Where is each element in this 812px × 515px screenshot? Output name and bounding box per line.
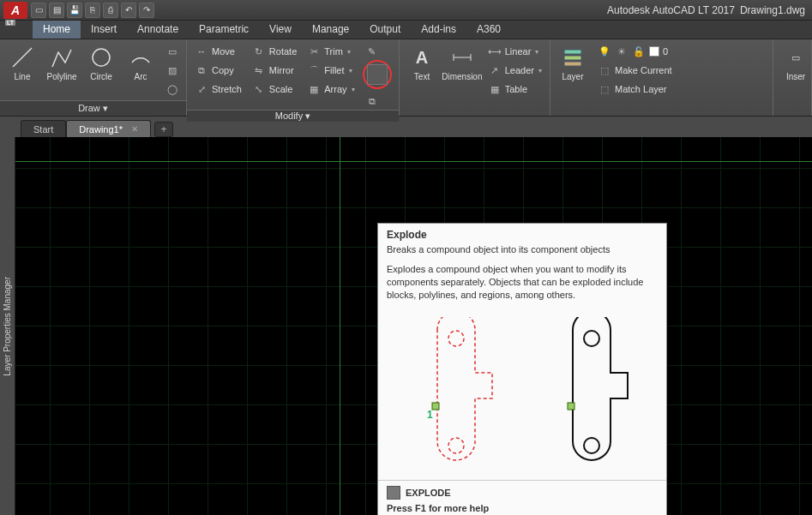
array-button[interactable]: ▦Array▾ bbox=[304, 81, 357, 98]
diagram-after-icon bbox=[538, 317, 641, 471]
tab-insert[interactable]: Insert bbox=[81, 21, 127, 39]
axis-vertical bbox=[340, 137, 340, 515]
svg-point-9 bbox=[448, 438, 464, 453]
tab-manage[interactable]: Manage bbox=[302, 21, 359, 39]
layer-properties-panel-collapsed[interactable]: Layer Properties Manager bbox=[0, 137, 15, 515]
tab-home[interactable]: Home bbox=[33, 21, 81, 39]
layer-properties-button[interactable]: Layer bbox=[556, 43, 590, 83]
offset-button[interactable]: ⧉ bbox=[363, 93, 392, 110]
trim-button[interactable]: ✂Trim▾ bbox=[304, 43, 357, 60]
move-icon: ↔ bbox=[195, 45, 208, 58]
linear-button[interactable]: ⟷Linear▾ bbox=[485, 43, 544, 60]
rotate-icon: ↻ bbox=[252, 45, 266, 58]
layer-color-swatch bbox=[649, 46, 659, 57]
add-tab-button[interactable]: + bbox=[154, 122, 173, 137]
polyline-button[interactable]: Polyline bbox=[45, 43, 79, 83]
scale-button[interactable]: ⤡Scale bbox=[250, 81, 299, 98]
panel-draw: Line Polyline Circle Arc ▭ ▨ ◯ Draw ▾ bbox=[0, 39, 187, 116]
draw-extra-3[interactable]: ◯ bbox=[163, 81, 182, 98]
text-button[interactable]: A Text bbox=[405, 43, 439, 83]
leader-icon: ↗ bbox=[488, 63, 502, 77]
panel-draw-title[interactable]: Draw ▾ bbox=[0, 100, 186, 116]
arc-button[interactable]: Arc bbox=[123, 43, 158, 83]
svg-line-0 bbox=[13, 48, 32, 67]
copy-button[interactable]: ⧉Copy bbox=[192, 62, 244, 79]
arc-icon bbox=[128, 45, 153, 70]
qat-saveas-icon[interactable]: ⎘ bbox=[85, 3, 100, 18]
dimension-button[interactable]: Dimension bbox=[444, 43, 480, 83]
bulb-icon: 💡 bbox=[598, 45, 611, 58]
doc-tab-start[interactable]: Start bbox=[21, 120, 66, 137]
fillet-button[interactable]: ⌒Fillet▾ bbox=[304, 62, 357, 79]
make-current-button[interactable]: ⬚Make Current bbox=[595, 62, 767, 79]
tooltip-diagram: 1 bbox=[378, 308, 666, 480]
svg-point-11 bbox=[584, 331, 599, 346]
draw-extra-2[interactable]: ▨ bbox=[163, 62, 182, 79]
arc-label: Arc bbox=[135, 72, 147, 81]
array-icon: ▦ bbox=[307, 82, 321, 96]
doc-tab-current[interactable]: Drawing1* ✕ bbox=[66, 120, 151, 137]
hatch-icon: ▨ bbox=[165, 63, 179, 77]
svg-point-1 bbox=[93, 49, 110, 66]
workspace: Layer Properties Manager Explode Breaks … bbox=[0, 137, 812, 515]
quick-access-toolbar: ▭ ▤ 💾 ⎘ ⎙ ↶ ↷ bbox=[27, 3, 154, 18]
svg-rect-13 bbox=[568, 403, 574, 410]
layer-state-row[interactable]: 💡 ☀ 🔓 0 bbox=[595, 43, 767, 60]
qat-save-icon[interactable]: 💾 bbox=[67, 3, 82, 18]
circle-icon bbox=[88, 45, 114, 70]
circle-button[interactable]: Circle bbox=[84, 43, 118, 83]
leader-button[interactable]: ↗Leader▾ bbox=[485, 62, 544, 79]
qat-new-icon[interactable]: ▭ bbox=[31, 3, 46, 18]
panel-modify-title[interactable]: Modify ▾ bbox=[187, 110, 399, 122]
erase-button[interactable]: ✎ bbox=[363, 43, 392, 60]
match-layer-button[interactable]: ⬚Match Layer bbox=[595, 81, 767, 98]
insert-button[interactable]: ▭ Inser bbox=[779, 43, 812, 83]
panel-modify: ↔Move ⧉Copy ⤢Stretch ↻Rotate ⇋Mirror ⤡Sc… bbox=[187, 39, 400, 116]
mirror-button[interactable]: ⇋Mirror bbox=[250, 62, 299, 79]
stretch-button[interactable]: ⤢Stretch bbox=[192, 81, 244, 98]
tab-parametric[interactable]: Parametric bbox=[189, 21, 259, 39]
explode-button-highlighted[interactable] bbox=[363, 60, 392, 89]
mirror-icon: ⇋ bbox=[252, 63, 266, 77]
line-label: Line bbox=[15, 72, 31, 81]
rect-icon: ▭ bbox=[165, 45, 179, 58]
line-button[interactable]: Line bbox=[5, 43, 39, 83]
move-button[interactable]: ↔Move bbox=[192, 43, 244, 60]
tab-a360[interactable]: A360 bbox=[466, 21, 511, 39]
panel-layers: Layer 💡 ☀ 🔓 0 ⬚Make Current ⬚Match Layer bbox=[550, 39, 773, 116]
document-tabs: Start Drawing1* ✕ + bbox=[0, 117, 812, 137]
tab-view[interactable]: View bbox=[259, 21, 302, 39]
draw-extra-1[interactable]: ▭ bbox=[163, 43, 182, 60]
tab-output[interactable]: Output bbox=[359, 21, 411, 39]
panel-annotation: A Text Dimension ⟷Linear▾ ↗Leader▾ ▦Tabl… bbox=[400, 39, 550, 116]
qat-redo-icon[interactable]: ↷ bbox=[139, 3, 154, 18]
dimension-icon bbox=[449, 45, 475, 70]
tab-addins[interactable]: Add-ins bbox=[411, 21, 466, 39]
tab-annotate[interactable]: Annotate bbox=[127, 21, 189, 39]
layer-properties-icon bbox=[560, 45, 586, 70]
match-layer-icon: ⬚ bbox=[598, 82, 611, 96]
side-panel-label: Layer Properties Manager bbox=[3, 277, 12, 376]
qat-open-icon[interactable]: ▤ bbox=[49, 3, 64, 18]
close-icon[interactable]: ✕ bbox=[131, 124, 138, 134]
explode-icon bbox=[367, 64, 388, 85]
sun-icon: ☀ bbox=[615, 45, 629, 58]
trim-icon: ✂ bbox=[307, 45, 321, 58]
diagram-before-icon: 1 bbox=[403, 317, 506, 471]
app-logo[interactable]: A LT bbox=[3, 2, 27, 19]
lock-icon: 🔓 bbox=[632, 45, 646, 58]
table-button[interactable]: ▦Table bbox=[485, 81, 544, 98]
ribbon-tabs: Home Insert Annotate Parametric View Man… bbox=[0, 21, 812, 39]
rotate-button[interactable]: ↻Rotate bbox=[250, 43, 299, 60]
qat-plot-icon[interactable]: ⎙ bbox=[103, 3, 118, 18]
tooltip-body: Explodes a compound object when you want… bbox=[378, 261, 666, 308]
erase-icon: ✎ bbox=[365, 45, 379, 58]
panel-insert: ▭ Inser bbox=[773, 39, 812, 116]
fillet-icon: ⌒ bbox=[307, 63, 321, 77]
line-icon bbox=[9, 45, 35, 70]
qat-undo-icon[interactable]: ↶ bbox=[121, 3, 136, 18]
offset-icon: ⧉ bbox=[365, 94, 379, 108]
command-icon bbox=[387, 486, 400, 500]
tooltip-title: Explode bbox=[378, 224, 666, 243]
explode-tooltip: Explode Breaks a compound object into it… bbox=[377, 223, 667, 515]
